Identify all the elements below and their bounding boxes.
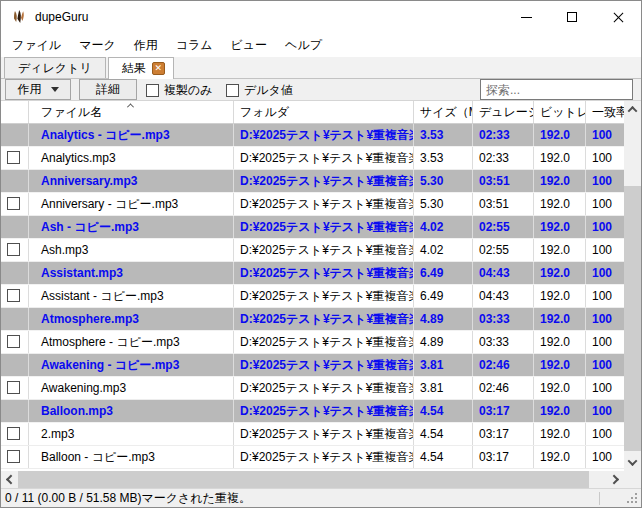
dupes-only-checkbox-box[interactable] — [146, 84, 159, 97]
cell-duration[interactable]: 04:43 — [473, 285, 534, 307]
cell-duration[interactable]: 03:33 — [473, 308, 534, 330]
cell-size[interactable]: 4.89 — [414, 331, 473, 353]
column-header-folder[interactable]: フォルダ — [234, 101, 414, 123]
cell-bitrate[interactable]: 192.0 — [534, 331, 586, 353]
table-row-reference[interactable]: Awakening - コピー.mp3D:¥2025テスト¥テスト¥重複音楽3.… — [1, 354, 641, 377]
cell-folder[interactable]: D:¥2025テスト¥テスト¥重複音楽 — [234, 262, 414, 284]
table-row-reference[interactable]: Balloon.mp3D:¥2025テスト¥テスト¥重複音楽4.5403:171… — [1, 400, 641, 423]
cell-size[interactable]: 5.30 — [414, 170, 473, 192]
actions-dropdown-button[interactable]: 作用 — [5, 79, 71, 100]
mark-checkbox[interactable] — [7, 151, 20, 164]
table-row-duplicate[interactable]: 2.mp3D:¥2025テスト¥テスト¥重複音楽4.5403:17192.010… — [1, 423, 641, 446]
cell-duration[interactable]: 04:43 — [473, 262, 534, 284]
vertical-scrollbar[interactable] — [624, 101, 641, 471]
menu-item-view[interactable]: ビュー — [222, 33, 277, 58]
menu-item-actions[interactable]: 作用 — [125, 33, 167, 58]
cell-match[interactable]: 100 — [586, 285, 626, 307]
cell-duration[interactable]: 03:17 — [473, 446, 534, 468]
cell-bitrate[interactable]: 192.0 — [534, 170, 586, 192]
cell-folder[interactable]: D:¥2025テスト¥テスト¥重複音楽 — [234, 377, 414, 399]
table-row-reference[interactable]: Anniversary.mp3D:¥2025テスト¥テスト¥重複音楽5.3003… — [1, 170, 641, 193]
cell-match[interactable]: 100 — [586, 262, 626, 284]
cell-match[interactable]: 100 — [586, 400, 626, 422]
cell-duration[interactable]: 03:51 — [473, 170, 534, 192]
cell-filename[interactable]: Assistant - コピー.mp3 — [29, 285, 234, 307]
cell-folder[interactable]: D:¥2025テスト¥テスト¥重複音楽 — [234, 423, 414, 445]
cell-bitrate[interactable]: 192.0 — [534, 193, 586, 215]
table-row-duplicate[interactable]: Atmosphere - コピー.mp3D:¥2025テスト¥テスト¥重複音楽4… — [1, 331, 641, 354]
cell-size[interactable]: 4.89 — [414, 308, 473, 330]
cell-match[interactable]: 100 — [586, 423, 626, 445]
cell-match[interactable]: 100 — [586, 147, 626, 169]
cell-size[interactable]: 4.02 — [414, 239, 473, 261]
minimize-button[interactable] — [503, 1, 549, 33]
vertical-scrollbar-thumb[interactable] — [624, 186, 641, 451]
cell-duration[interactable]: 02:46 — [473, 377, 534, 399]
cell-folder[interactable]: D:¥2025テスト¥テスト¥重複音楽 — [234, 285, 414, 307]
cell-duration[interactable]: 02:33 — [473, 147, 534, 169]
cell-bitrate[interactable]: 192.0 — [534, 423, 586, 445]
cell-filename[interactable]: Anniversary - コピー.mp3 — [29, 193, 234, 215]
mark-checkbox-cell[interactable] — [1, 285, 29, 307]
mark-checkbox-cell[interactable] — [1, 446, 29, 468]
cell-duration[interactable]: 02:46 — [473, 354, 534, 376]
mark-checkbox-cell[interactable] — [1, 239, 29, 261]
cell-bitrate[interactable]: 192.0 — [534, 354, 586, 376]
cell-bitrate[interactable]: 192.0 — [534, 377, 586, 399]
mark-checkbox[interactable] — [7, 197, 20, 210]
delta-values-checkbox[interactable]: デルタ値 — [226, 82, 293, 99]
cell-size[interactable]: 5.30 — [414, 193, 473, 215]
cell-folder[interactable]: D:¥2025テスト¥テスト¥重複音楽 — [234, 354, 414, 376]
cell-duration[interactable]: 03:51 — [473, 193, 534, 215]
column-header-mark[interactable] — [1, 101, 29, 123]
cell-folder[interactable]: D:¥2025テスト¥テスト¥重複音楽 — [234, 446, 414, 468]
resize-grip[interactable] — [635, 501, 637, 503]
mark-checkbox[interactable] — [7, 335, 20, 348]
search-input[interactable] — [480, 79, 633, 100]
cell-match[interactable]: 100 — [586, 354, 626, 376]
table-row-duplicate[interactable]: Awakening.mp3D:¥2025テスト¥テスト¥重複音楽3.8102:4… — [1, 377, 641, 400]
cell-filename[interactable]: Assistant.mp3 — [29, 262, 234, 284]
tab-directories[interactable]: ディレクトリ — [4, 57, 106, 78]
cell-filename[interactable]: Analytics.mp3 — [29, 147, 234, 169]
cell-match[interactable]: 100 — [586, 216, 626, 238]
cell-match[interactable]: 100 — [586, 377, 626, 399]
cell-filename[interactable]: 2.mp3 — [29, 423, 234, 445]
cell-match[interactable]: 100 — [586, 446, 626, 468]
menu-item-mark[interactable]: マーク — [70, 33, 125, 58]
tab-close-icon[interactable]: ✕ — [152, 62, 165, 75]
table-row-reference[interactable]: Analytics - コピー.mp3D:¥2025テスト¥テスト¥重複音楽3.… — [1, 124, 641, 147]
cell-filename[interactable]: Atmosphere.mp3 — [29, 308, 234, 330]
cell-size[interactable]: 3.81 — [414, 354, 473, 376]
cell-size[interactable]: 4.54 — [414, 446, 473, 468]
menu-item-help[interactable]: ヘルプ — [276, 33, 331, 58]
column-header-match[interactable]: 一致率 — [586, 101, 626, 123]
cell-bitrate[interactable]: 192.0 — [534, 446, 586, 468]
cell-match[interactable]: 100 — [586, 331, 626, 353]
delta-values-checkbox-box[interactable] — [226, 84, 239, 97]
cell-filename[interactable]: Balloon.mp3 — [29, 400, 234, 422]
cell-size[interactable]: 6.49 — [414, 262, 473, 284]
table-row-reference[interactable]: Ash - コピー.mp3D:¥2025テスト¥テスト¥重複音楽4.0202:5… — [1, 216, 641, 239]
table-row-duplicate[interactable]: Anniversary - コピー.mp3D:¥2025テスト¥テスト¥重複音楽… — [1, 193, 641, 216]
cell-folder[interactable]: D:¥2025テスト¥テスト¥重複音楽 — [234, 216, 414, 238]
cell-bitrate[interactable]: 192.0 — [534, 308, 586, 330]
cell-bitrate[interactable]: 192.0 — [534, 216, 586, 238]
cell-filename[interactable]: Awakening.mp3 — [29, 377, 234, 399]
cell-match[interactable]: 100 — [586, 170, 626, 192]
cell-duration[interactable]: 03:17 — [473, 400, 534, 422]
cell-bitrate[interactable]: 192.0 — [534, 239, 586, 261]
cell-match[interactable]: 100 — [586, 124, 626, 146]
cell-size[interactable]: 4.02 — [414, 216, 473, 238]
mark-checkbox[interactable] — [7, 427, 20, 440]
menu-item-file[interactable]: ファイル — [3, 33, 70, 58]
mark-checkbox-cell[interactable] — [1, 331, 29, 353]
cell-folder[interactable]: D:¥2025テスト¥テスト¥重複音楽 — [234, 147, 414, 169]
table-row-duplicate[interactable]: Analytics.mp3D:¥2025テスト¥テスト¥重複音楽3.5302:3… — [1, 147, 641, 170]
cell-folder[interactable]: D:¥2025テスト¥テスト¥重複音楽 — [234, 193, 414, 215]
cell-duration[interactable]: 02:55 — [473, 239, 534, 261]
dupes-only-checkbox[interactable]: 複製のみ — [146, 82, 213, 99]
cell-duration[interactable]: 03:17 — [473, 423, 534, 445]
scroll-left-button[interactable] — [1, 471, 18, 488]
table-row-reference[interactable]: Atmosphere.mp3D:¥2025テスト¥テスト¥重複音楽4.8903:… — [1, 308, 641, 331]
